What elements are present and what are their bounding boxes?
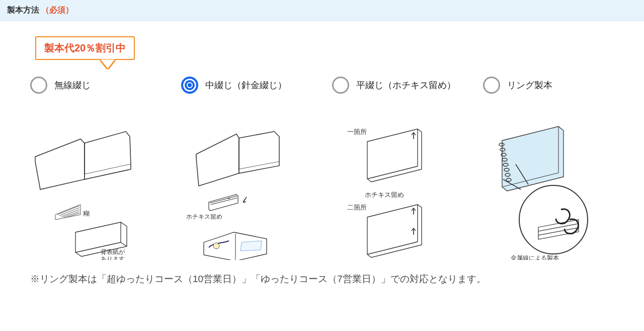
badge-pointer-icon — [101, 59, 115, 69]
illustration-hiratoji: 一箇所 ホチキス留め 二箇所 — [332, 104, 463, 260]
radio-ring[interactable]: リング製本 — [483, 77, 614, 94]
illustration-musen: 糊 背表紙が あります。 — [30, 104, 161, 260]
option-musen[interactable]: 無線綴じ — [30, 77, 161, 260]
radio-hiratoji[interactable]: 平綴じ（ホチキス留め） — [332, 77, 463, 94]
option-nakatoji[interactable]: 中綴じ（針金綴じ） — [181, 77, 312, 260]
spine-label-2: あります。 — [101, 255, 131, 260]
svg-point-14 — [213, 243, 219, 249]
radio-label: 平綴じ（ホチキス留め） — [356, 79, 456, 91]
glue-label: 糊 — [83, 210, 90, 217]
radio-icon[interactable] — [332, 77, 349, 94]
ring-caption: 金属線による製本 — [511, 254, 559, 260]
one-place-label: 一箇所 — [347, 128, 367, 136]
radio-label: 中綴じ（針金綴じ） — [205, 79, 287, 91]
radio-label: リング製本 — [507, 79, 552, 91]
section-header: 製本方法 （必須） — [0, 0, 644, 21]
section-title: 製本方法 — [7, 6, 39, 14]
radio-icon-selected[interactable] — [181, 77, 198, 94]
discount-badge: 製本代20％割引中 — [35, 36, 135, 60]
staple-label: ホチキス留め — [186, 213, 222, 220]
ring-note: ※リング製本は「超ゆったりコース（10営業日）」「ゆったりコース（7営業日）」で… — [15, 260, 629, 291]
spine-label-1: 背表紙が — [101, 248, 125, 255]
radio-label: 無線綴じ — [54, 79, 91, 91]
discount-badge-wrap: 製本代20％割引中 — [35, 36, 629, 77]
option-ring[interactable]: リング製本 — [483, 77, 614, 260]
illustration-ring: 金属線による製本 — [483, 104, 614, 260]
radio-icon[interactable] — [30, 77, 47, 94]
radio-nakatoji[interactable]: 中綴じ（針金綴じ） — [181, 77, 312, 94]
illustration-nakatoji: ホチキス留め 180度開く — [181, 104, 312, 260]
two-place-label: 二箇所 — [347, 204, 367, 211]
required-label: （必須） — [41, 6, 73, 14]
radio-musen[interactable]: 無線綴じ — [30, 77, 161, 94]
staple-label: ホチキス留め — [365, 191, 404, 198]
radio-icon[interactable] — [483, 77, 500, 94]
binding-options: 無線綴じ — [15, 77, 629, 260]
option-hiratoji[interactable]: 平綴じ（ホチキス留め） 一箇所 ホチキス留め 二箇所 — [332, 77, 463, 260]
svg-line-12 — [228, 198, 230, 198]
